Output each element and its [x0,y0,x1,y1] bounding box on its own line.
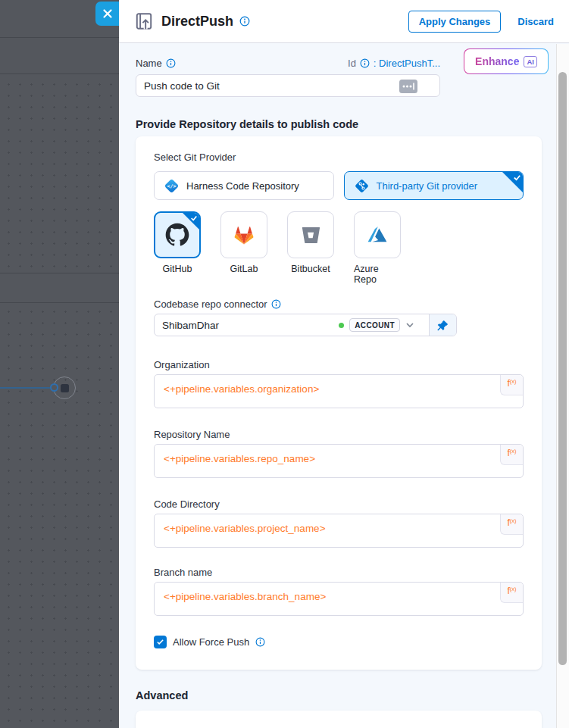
tile-bitbucket[interactable] [287,211,334,258]
title-info-icon[interactable] [239,16,250,27]
gitlab-icon [232,223,256,247]
drawer-header: DirectPush Apply Changes Discard [119,0,569,43]
scrollbar-track[interactable] [556,44,569,728]
expression-fx-button[interactable]: f(x) [500,514,523,535]
name-label: Name [136,58,162,69]
discard-button[interactable]: Discard [517,16,554,27]
field-label: Code Directory [154,498,524,510]
branch-name-field[interactable]: <+pipeline.variables.branch_name> f(x) [154,582,524,616]
pin-icon [436,319,449,332]
repo-details-card: Select Git Provider </> Harness Code Rep… [136,136,542,670]
step-id-group: Id : DirectPushT... [348,58,440,69]
expression-value: <+pipeline.variables.branch_name> [164,591,492,602]
id-label: Id [348,58,356,69]
repo-section-title: Provide Repository details to publish co… [136,118,542,130]
scrollbar-thumb[interactable] [558,72,567,665]
name-info-icon[interactable] [166,58,176,68]
expression-value: <+pipeline.variables.organization> [164,383,492,395]
connector-main: ShibamDhar ACCOUNT [155,314,429,336]
repository-name-field[interactable]: <+pipeline.variables.repo_name> f(x) [154,444,524,478]
harness-code-icon: </> [164,178,180,194]
tile-bitbucket-wrap: Bitbucket [287,211,334,285]
id-info-icon[interactable] [360,58,370,68]
advanced-card [136,711,542,728]
provider-card-thirdparty[interactable]: Third-party Git provider [344,171,524,200]
drawer-body: Name Id : DirectPushT... Enhance AI [119,44,569,728]
field-label: Repository Name [154,429,524,440]
field-label: Organization [154,359,524,370]
pipeline-node-glyph [61,384,69,392]
pipeline-edge-port [50,383,58,392]
svg-text:</>: </> [167,183,177,189]
apply-changes-button[interactable]: Apply Changes [408,11,502,33]
canvas-second-strip [0,38,119,74]
connector-info-icon[interactable] [271,299,281,309]
provider-card-label: Harness Code Repository [186,180,299,192]
advanced-section-title: Advanced [136,689,542,701]
tile-azure[interactable] [354,211,401,258]
tile-label: GitLab [230,264,258,274]
scope-badge: ACCOUNT [349,318,400,332]
provider-card-harness[interactable]: </> Harness Code Repository [154,171,334,200]
tile-label: GitHub [163,264,192,274]
enhance-ai-button[interactable]: Enhance AI [464,48,549,74]
tile-azure-wrap: Azure Repo [354,211,401,285]
connector-status-dot [339,323,344,328]
fx-sub: (x) [510,448,517,455]
bitbucket-icon [300,224,321,245]
azure-repo-icon [366,223,389,246]
direct-push-step-icon [134,11,154,31]
tile-github[interactable] [154,211,201,258]
force-push-label: Allow Force Push [173,636,249,648]
connector-value: ShibamDhar [162,320,339,331]
connector-label: Codebase repo connector [154,298,267,310]
step-config-drawer: DirectPush Apply Changes Discard Name Id… [119,0,569,728]
pin-button[interactable] [429,314,456,336]
provider-card-label: Third-party Git provider [377,180,478,192]
enhance-label: Enhance [475,55,519,67]
git-provider-icon [354,178,370,194]
drawer-close-button[interactable] [95,2,120,26]
field-label: Branch name [154,567,524,578]
pipeline-canvas [0,0,119,728]
thumbnail-expression-icon[interactable] [399,79,418,94]
fx-sub: (x) [510,378,517,385]
name-input-wrapper [136,74,440,97]
canvas-divider-band [0,273,119,303]
expression-value: <+pipeline.variables.project_name> [164,523,492,534]
pipeline-edge-connector [0,387,52,389]
expression-fx-button[interactable]: f(x) [500,445,523,465]
fx-sub: (x) [510,586,517,592]
force-push-checkbox[interactable] [154,636,167,648]
tile-github-wrap: GitHub [154,211,201,285]
step-name-input[interactable] [144,80,432,92]
organization-field[interactable]: <+pipeline.variables.organization> f(x) [154,374,524,408]
tile-gitlab[interactable] [220,211,267,258]
tile-gitlab-wrap: GitLab [220,211,267,285]
git-provider-tiles: GitHub GitLab Bi [154,211,524,285]
id-value: : DirectPushT... [374,58,440,69]
expression-value: <+pipeline.variables.repo_name> [164,453,492,464]
selected-check-icon [513,173,521,182]
provider-card-group: </> Harness Code Repository Third-party … [154,171,524,200]
canvas-dot-grid [0,74,119,728]
force-push-row: Allow Force Push [154,636,524,648]
force-push-info-icon[interactable] [255,637,265,647]
page-title: DirectPush [161,14,233,30]
expression-fx-button[interactable]: f(x) [500,375,523,395]
fx-sub: (x) [510,517,517,524]
connector-select[interactable]: ShibamDhar ACCOUNT [154,314,457,336]
ai-badge: AI [524,56,537,67]
tile-label: Azure Repo [354,264,401,285]
selected-check-icon [190,214,198,222]
code-directory-field[interactable]: <+pipeline.variables.project_name> f(x) [154,514,524,548]
expression-fx-button[interactable]: f(x) [500,583,523,603]
name-row: Name Id : DirectPushT... [136,58,440,69]
chevron-down-icon[interactable] [405,320,414,330]
tile-label: Bitbucket [291,264,330,274]
select-git-provider-label: Select Git Provider [154,152,524,163]
close-icon [102,8,113,19]
